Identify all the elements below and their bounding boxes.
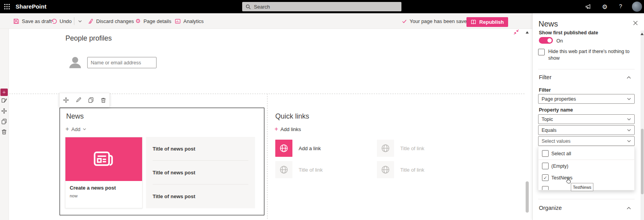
undo-button[interactable]: Undo <box>51 13 72 29</box>
property-name-label: Property name <box>539 107 573 113</box>
option-partial <box>542 186 549 190</box>
person-avatar-icon <box>67 54 83 70</box>
news-post-item[interactable]: Title of news post <box>153 170 248 176</box>
checkbox[interactable]: ✓ <box>542 174 549 181</box>
operator-value: Equals <box>542 128 556 133</box>
option-empty[interactable]: ✓ (Empty) <box>542 163 568 169</box>
show-published-date-toggle[interactable] <box>539 37 553 44</box>
page-details-label: Page details <box>143 18 171 24</box>
republish-button[interactable]: Republish <box>466 17 508 27</box>
app-title[interactable]: SharePoint <box>16 0 46 13</box>
chevron-up-icon[interactable] <box>626 76 631 79</box>
toggle-state: On <box>556 38 563 44</box>
operator-dropdown[interactable]: Equals <box>538 125 635 135</box>
panel-content: Show first published date On ✓ Hide this… <box>532 30 640 220</box>
filter-type-dropdown[interactable]: Page properties <box>538 94 635 104</box>
news-add-label: Add <box>71 126 80 132</box>
checkbox <box>542 186 549 190</box>
organize-section-heading: Organize <box>539 205 562 211</box>
option-label: Select all <box>551 151 571 156</box>
panel-scrollbar-thumb[interactable] <box>641 129 644 194</box>
move-icon[interactable] <box>63 97 69 103</box>
checkbox[interactable]: ✓ <box>542 163 549 169</box>
option-select-all[interactable]: ✓ Select all <box>542 150 571 157</box>
edit-section-icon[interactable] <box>1 98 7 104</box>
discard-icon <box>88 18 93 24</box>
news-add-button[interactable]: + Add <box>65 126 86 133</box>
settings-gear-icon[interactable]: ⚙ <box>602 3 607 11</box>
move-webpart-icon[interactable] <box>1 108 7 114</box>
create-news-card[interactable]: Create a news post now <box>65 137 143 208</box>
hide-webpart-label: Hide this web part if there's nothing to… <box>548 48 635 62</box>
filter-section-heading: Filter <box>539 74 551 80</box>
quicklink-item[interactable]: Title of link <box>275 161 323 178</box>
duplicate-icon[interactable] <box>88 97 94 103</box>
values-placeholder: Select values <box>542 138 570 144</box>
chevron-down-icon <box>627 140 631 143</box>
quicklink-item[interactable]: Add a link <box>275 140 321 157</box>
news-post-item[interactable]: Title of news post <box>153 193 248 199</box>
app-launcher-waffle-icon[interactable] <box>4 4 10 10</box>
trash-icon[interactable] <box>100 97 106 103</box>
list-separator <box>153 160 248 161</box>
mouse-cursor-hand <box>565 177 571 184</box>
discard-changes-label: Discard changes <box>96 18 134 24</box>
chevron-up-icon[interactable] <box>626 206 631 210</box>
checkbox[interactable]: ✓ <box>542 150 549 157</box>
canvas-scroll-up-arrow[interactable] <box>526 31 529 34</box>
undo-label: Undo <box>60 18 72 24</box>
duplicate-webpart-icon[interactable] <box>1 119 7 125</box>
people-picker-input[interactable]: Name or email address <box>87 57 157 68</box>
canvas-scrollbar-thumb[interactable] <box>526 181 529 213</box>
globe-icon <box>275 140 292 157</box>
quicklink-item[interactable]: Title of link <box>377 140 424 157</box>
undo-menu-chevron[interactable] <box>78 13 82 29</box>
quicklinks-title: Quick links <box>275 112 309 121</box>
toggle-label: Show first published date <box>539 30 598 35</box>
news-webpart-title: News <box>66 112 84 121</box>
save-status-label: Your page has been saved <box>410 18 470 24</box>
quicklink-item[interactable]: Title of link <box>377 161 424 178</box>
edit-pencil-icon[interactable] <box>76 97 81 103</box>
plus-icon: + <box>274 126 278 133</box>
help-icon[interactable]: ? <box>619 3 622 9</box>
globe-icon <box>275 161 292 178</box>
list-separator <box>153 184 248 185</box>
quicklink-label: Title of link <box>299 167 323 173</box>
megaphone-icon[interactable] <box>585 4 592 10</box>
collapse-panel-icon[interactable] <box>513 29 523 38</box>
news-post-item[interactable]: Title of news post <box>153 146 248 152</box>
search-placeholder: Search <box>254 4 270 10</box>
column-divider-dashed <box>267 94 267 220</box>
delete-webpart-icon[interactable] <box>1 129 7 135</box>
values-dropdown[interactable]: Select values <box>538 136 635 146</box>
save-as-draft-button[interactable]: Save as draft <box>13 13 52 29</box>
user-avatar[interactable] <box>632 2 642 12</box>
analytics-button[interactable]: Analytics <box>175 13 204 29</box>
save-as-draft-label: Save as draft <box>22 18 52 24</box>
quicklinks-add-button[interactable]: + Add links <box>274 126 301 133</box>
page-details-button[interactable]: ⚙ Page details <box>135 13 171 29</box>
globe-icon <box>377 161 394 178</box>
add-section-button[interactable]: + <box>0 89 8 96</box>
chevron-down-icon <box>627 98 631 101</box>
people-picker-placeholder: Name or email address <box>91 60 141 66</box>
close-icon[interactable] <box>633 20 638 26</box>
newspaper-icon <box>93 150 115 169</box>
hide-webpart-checkbox[interactable]: ✓ <box>538 49 545 55</box>
analytics-label: Analytics <box>183 18 204 24</box>
search-input[interactable]: Search <box>242 2 401 11</box>
page-details-gear-icon: ⚙ <box>135 18 141 25</box>
panel-scroll-up-arrow[interactable] <box>640 33 644 35</box>
save-status: Your page has been saved <box>402 13 470 29</box>
command-bar: Save as draft Undo Discard changes ⚙ Pag… <box>0 13 532 29</box>
news-card-timestamp: now <box>65 191 142 198</box>
check-icon <box>402 19 407 24</box>
property-name-dropdown[interactable]: Topic <box>538 114 635 124</box>
chevron-down-icon <box>83 127 86 131</box>
option-label: (Empty) <box>551 163 568 169</box>
toolbar-divider <box>74 17 74 25</box>
discard-changes-button[interactable]: Discard changes <box>88 13 134 29</box>
news-post-list: Title of news post Title of news post Ti… <box>146 137 255 208</box>
save-icon <box>13 18 19 24</box>
